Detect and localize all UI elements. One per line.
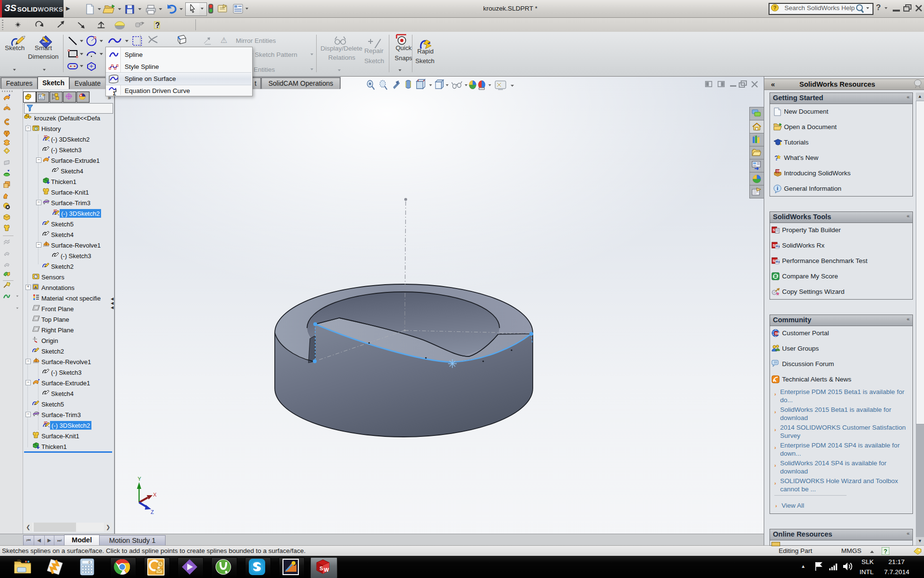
svg-text:S: S xyxy=(320,565,323,571)
svg-text:i: i xyxy=(777,185,778,191)
svg-text:Σ: Σ xyxy=(113,91,116,95)
svg-text:X: X xyxy=(153,492,157,498)
svg-text:SW: SW xyxy=(776,170,781,172)
svg-text:SW: SW xyxy=(775,332,780,335)
svg-text:?: ? xyxy=(884,548,887,555)
svg-text:Rx: Rx xyxy=(776,245,780,248)
svg-text:W: W xyxy=(324,567,329,573)
svg-text:?: ? xyxy=(155,21,160,29)
svg-text:Z: Z xyxy=(151,509,154,515)
svg-text:Rx: Rx xyxy=(776,260,780,263)
svg-text:A: A xyxy=(34,285,37,289)
svg-text:Y: Y xyxy=(138,476,141,482)
svg-text:0: 0 xyxy=(89,561,90,564)
svg-text:?: ? xyxy=(773,5,777,11)
